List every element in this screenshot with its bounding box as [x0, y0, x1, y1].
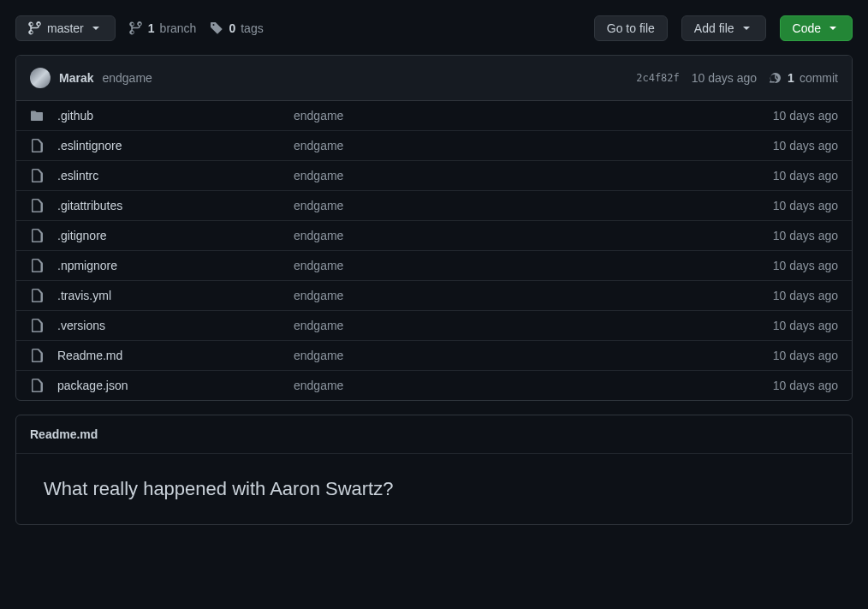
file-age: 10 days ago	[773, 379, 838, 392]
file-age: 10 days ago	[773, 289, 838, 302]
file-age: 10 days ago	[773, 259, 838, 272]
avatar[interactable]	[30, 68, 51, 88]
commit-age: 10 days ago	[692, 71, 757, 85]
file-icon	[30, 139, 44, 152]
file-icon	[30, 289, 44, 302]
file-icon	[30, 169, 44, 182]
file-row: .eslintrcendgame10 days ago	[16, 161, 852, 191]
tag-icon	[210, 21, 223, 35]
file-row: .eslintignoreendgame10 days ago	[16, 131, 852, 161]
file-age: 10 days ago	[773, 109, 838, 122]
file-name-link[interactable]: .versions	[57, 319, 280, 332]
file-row: .gitattributesendgame10 days ago	[16, 191, 852, 221]
file-commit-message[interactable]: endgame	[294, 169, 759, 182]
file-name-link[interactable]: .gitignore	[57, 229, 280, 242]
branch-count: 1	[148, 21, 155, 35]
file-icon	[30, 319, 44, 332]
branch-select-button[interactable]: master	[15, 15, 116, 41]
file-age: 10 days ago	[773, 319, 838, 332]
file-name-link[interactable]: .npmignore	[57, 259, 280, 272]
file-listing: Marak endgame 2c4f82f 10 days ago 1 comm…	[15, 55, 853, 401]
file-icon	[30, 349, 44, 362]
history-icon	[769, 71, 782, 85]
file-icon	[30, 379, 44, 392]
commit-sha[interactable]: 2c4f82f	[636, 72, 680, 84]
file-row: .npmignoreendgame10 days ago	[16, 251, 852, 281]
branch-label: branch	[160, 21, 197, 35]
file-age: 10 days ago	[773, 169, 838, 182]
file-commit-message[interactable]: endgame	[294, 319, 759, 332]
git-branch-icon	[129, 21, 143, 35]
caret-down-icon	[826, 21, 840, 35]
file-commit-message[interactable]: endgame	[294, 349, 759, 362]
file-name-link[interactable]: package.json	[57, 379, 280, 392]
tags-link[interactable]: 0 tags	[210, 21, 263, 35]
file-name-link[interactable]: .eslintrc	[57, 169, 280, 182]
folder-icon	[30, 109, 44, 122]
go-to-file-button[interactable]: Go to file	[594, 15, 668, 41]
file-row: .travis.ymlendgame10 days ago	[16, 281, 852, 311]
commit-author[interactable]: Marak	[59, 71, 93, 85]
readme-heading: What really happened with Aaron Swartz?	[44, 478, 824, 500]
file-name-link[interactable]: .eslintignore	[57, 139, 280, 152]
repo-toolbar: master 1 branch 0 tags Go to file Add fi…	[15, 15, 853, 41]
file-row: package.jsonendgame10 days ago	[16, 371, 852, 400]
commits-link[interactable]: 1 commit	[769, 71, 838, 85]
code-button[interactable]: Code	[780, 15, 853, 41]
file-name-link[interactable]: .github	[57, 109, 280, 122]
caret-down-icon	[89, 21, 103, 35]
file-row: Readme.mdendgame10 days ago	[16, 341, 852, 371]
file-commit-message[interactable]: endgame	[294, 379, 759, 392]
file-row: .gitignoreendgame10 days ago	[16, 221, 852, 251]
file-commit-message[interactable]: endgame	[294, 199, 759, 212]
file-name-link[interactable]: .gitattributes	[57, 199, 280, 212]
commit-count-label: commit	[800, 71, 838, 85]
git-branch-icon	[28, 21, 42, 35]
add-file-button[interactable]: Add file	[681, 15, 766, 41]
caret-down-icon	[740, 21, 753, 35]
readme-container: Readme.md What really happened with Aaro…	[15, 415, 853, 525]
file-commit-message[interactable]: endgame	[294, 289, 759, 302]
file-row: .versionsendgame10 days ago	[16, 311, 852, 341]
tag-label: tags	[241, 21, 263, 35]
branch-name: master	[47, 21, 84, 35]
branches-link[interactable]: 1 branch	[129, 21, 197, 35]
file-commit-message[interactable]: endgame	[294, 109, 759, 122]
file-age: 10 days ago	[773, 229, 838, 242]
tag-count: 0	[229, 21, 235, 35]
file-icon	[30, 229, 44, 242]
file-age: 10 days ago	[773, 199, 838, 212]
commit-message[interactable]: endgame	[102, 71, 152, 85]
file-commit-message[interactable]: endgame	[294, 259, 759, 272]
file-commit-message[interactable]: endgame	[294, 139, 759, 152]
file-row: .githubendgame10 days ago	[16, 101, 852, 131]
file-commit-message[interactable]: endgame	[294, 229, 759, 242]
file-age: 10 days ago	[773, 139, 838, 152]
file-icon	[30, 199, 44, 212]
commit-count: 1	[788, 71, 794, 85]
file-icon	[30, 259, 44, 272]
readme-filename[interactable]: Readme.md	[16, 415, 852, 454]
file-name-link[interactable]: Readme.md	[57, 349, 280, 362]
file-name-link[interactable]: .travis.yml	[57, 289, 280, 302]
file-age: 10 days ago	[773, 349, 838, 362]
latest-commit-bar: Marak endgame 2c4f82f 10 days ago 1 comm…	[16, 56, 852, 101]
